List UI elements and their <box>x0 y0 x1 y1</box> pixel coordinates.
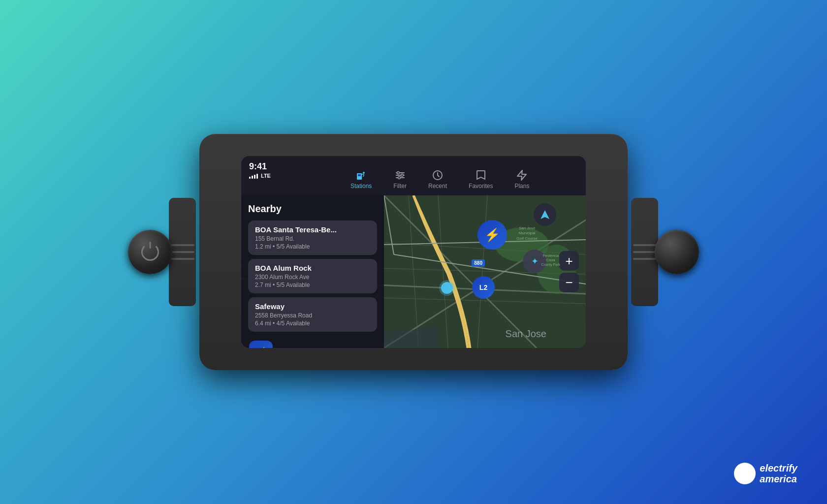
station-meta-2: 2.7 mi • 5/5 Available <box>255 282 370 288</box>
highway-badge: 880 <box>472 259 485 267</box>
golf-text: San JoseMunicipalGolf Course <box>516 226 538 241</box>
ea-brand-2: america <box>760 473 797 484</box>
ea-logo-text: electrify america <box>760 463 797 484</box>
station-name-2: BOA Alum Rock <box>255 264 370 272</box>
nearby-title: Nearby <box>248 203 377 215</box>
park-text: PenitenciaCreekCounty Park <box>541 254 560 266</box>
vent-line <box>633 251 657 253</box>
left-panel: Nearby BOA Santa Teresa-Be... 155 Bernal… <box>241 195 384 348</box>
city-label: San Jose <box>506 326 546 340</box>
vent-line <box>633 258 657 260</box>
station-name-1: BOA Santa Teresa-Be... <box>255 225 370 234</box>
zoom-out-button[interactable]: − <box>559 273 579 292</box>
ea-brand-1: electrify <box>760 463 797 473</box>
current-location-marker <box>441 282 453 294</box>
status-time: 9:41 <box>249 161 332 172</box>
tab-filter[interactable]: Filter <box>382 166 417 192</box>
signal-bar-4 <box>256 174 258 179</box>
svg-marker-27 <box>741 468 749 479</box>
signal-bar-3 <box>254 175 255 179</box>
golf-course-label: San JoseMunicipalGolf Course <box>516 226 538 241</box>
station-meta-1: 1.2 mi • 5/5 Available <box>255 243 370 250</box>
power-knob-left[interactable] <box>128 230 172 274</box>
app-icon-area: ⚡ <box>249 341 273 348</box>
station-list: BOA Santa Teresa-Be... 155 Bernal Rd. 1.… <box>248 220 377 332</box>
location-arrow-icon <box>540 209 550 220</box>
station-name-3: Safeway <box>255 302 370 311</box>
ea-logo: electrify america <box>734 463 797 484</box>
signal-bar-1 <box>249 177 251 179</box>
page-wrapper: 9:41 LTE <box>0 0 827 504</box>
plans-icon <box>516 169 528 181</box>
svg-point-8 <box>398 177 400 179</box>
park-label: PenitenciaCreekCounty Park <box>541 253 560 267</box>
signal-bar-2 <box>252 176 253 179</box>
ea-logo-icon <box>734 463 756 484</box>
ea-station-marker[interactable]: ⚡ <box>477 220 507 250</box>
city-name: San <box>506 328 526 339</box>
tab-recent[interactable]: Recent <box>417 166 458 192</box>
favorites-icon <box>475 169 487 181</box>
screen: 9:41 LTE <box>241 156 586 348</box>
l2-station-marker[interactable]: L2 <box>472 276 495 299</box>
station-card-2[interactable]: BOA Alum Rock 2300 Alum Rock Ave 2.7 mi … <box>248 259 377 293</box>
svg-point-2 <box>363 172 365 174</box>
filter-label: Filter <box>393 183 407 189</box>
svg-marker-10 <box>517 170 526 180</box>
stations-label: Stations <box>350 183 372 189</box>
svg-point-7 <box>401 174 403 177</box>
ea-lightning-icon <box>738 467 752 480</box>
location-button[interactable] <box>534 203 556 226</box>
tab-favorites[interactable]: Favorites <box>458 166 504 192</box>
svg-point-6 <box>397 172 399 174</box>
power-icon <box>141 243 159 261</box>
nearby-section: Nearby BOA Santa Teresa-Be... 155 Bernal… <box>241 195 384 337</box>
l2-marker-label: L2 <box>479 284 487 291</box>
head-unit: 9:41 LTE <box>199 134 628 370</box>
svg-marker-26 <box>541 210 549 219</box>
lte-label: LTE <box>261 173 271 179</box>
app-icon: ⚡ <box>249 341 273 348</box>
map-area[interactable]: Nearby BOA Santa Teresa-Be... 155 Bernal… <box>241 195 586 348</box>
station-card-3[interactable]: Safeway 2558 Berryessa Road 6.4 mi • 4/5… <box>248 297 377 332</box>
vent-line <box>171 251 194 253</box>
app-icon-symbol: ⚡ <box>255 346 267 348</box>
station-address-2: 2300 Alum Rock Ave <box>255 274 370 281</box>
zoom-controls: + − <box>559 251 579 292</box>
crosshair-icon: ✦ <box>531 256 539 267</box>
stations-icon <box>355 169 367 181</box>
svg-rect-0 <box>357 173 362 180</box>
tab-stations[interactable]: Stations <box>340 166 382 192</box>
volume-knob-right[interactable] <box>655 230 699 274</box>
status-signal: LTE <box>249 173 332 179</box>
recent-icon <box>432 169 444 181</box>
svg-rect-1 <box>358 174 361 176</box>
station-address-1: 155 Bernal Rd. <box>255 235 370 242</box>
station-card-1[interactable]: BOA Santa Teresa-Be... 155 Bernal Rd. 1.… <box>248 220 377 255</box>
status-bar: 9:41 LTE <box>241 156 340 184</box>
city-name-2: Jose <box>526 328 546 339</box>
plans-label: Plans <box>514 183 529 189</box>
station-meta-3: 6.4 mi • 4/5 Available <box>255 320 370 327</box>
tab-plans[interactable]: Plans <box>504 166 540 192</box>
vent-line <box>171 258 194 260</box>
right-bracket <box>631 198 658 306</box>
filter-icon <box>394 169 406 181</box>
recent-label: Recent <box>428 183 447 189</box>
left-bracket <box>169 198 196 306</box>
nav-items: Stations Filter <box>340 166 540 192</box>
station-address-3: 2558 Berryessa Road <box>255 312 370 319</box>
ea-marker-icon: ⚡ <box>484 227 500 243</box>
highway-number: 880 <box>474 260 482 266</box>
vent-line <box>171 244 194 246</box>
vent-line <box>633 244 657 246</box>
favorites-label: Favorites <box>469 183 493 189</box>
zoom-in-button[interactable]: + <box>559 251 579 271</box>
signal-bars <box>249 173 258 179</box>
